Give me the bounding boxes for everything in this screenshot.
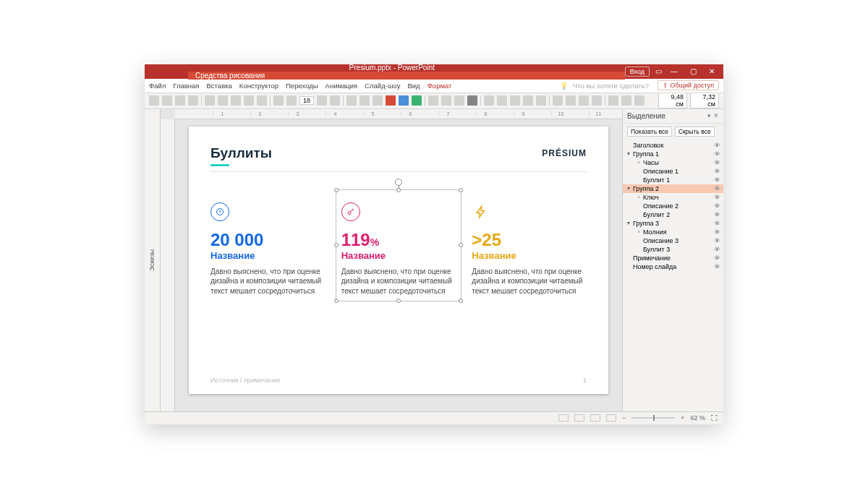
tool-icon[interactable]	[188, 95, 198, 106]
tool-icon[interactable]	[428, 95, 438, 106]
tool-icon[interactable]	[553, 95, 563, 106]
visibility-toggle-icon[interactable]: 👁	[714, 228, 720, 236]
resize-handle[interactable]	[396, 299, 401, 303]
visibility-toggle-icon[interactable]: 👁	[714, 176, 720, 184]
tool-icon[interactable]	[330, 95, 340, 106]
shape-width-input[interactable]: 7,32 см	[690, 93, 719, 109]
font-size-input[interactable]: 18	[299, 96, 314, 105]
tool-icon[interactable]	[579, 95, 589, 106]
resize-handle[interactable]	[334, 299, 339, 303]
tree-item[interactable]: ▾Группа 2👁	[623, 184, 723, 193]
tree-item[interactable]: Примечание👁	[623, 254, 723, 262]
resize-handle[interactable]	[459, 188, 463, 192]
tool-icon[interactable]	[286, 95, 297, 106]
visibility-toggle-icon[interactable]: 👁	[714, 185, 720, 192]
close-button[interactable]: ✕	[705, 67, 719, 75]
tool-icon[interactable]	[634, 95, 644, 106]
normal-view-button[interactable]	[558, 414, 569, 421]
ribbon-tab[interactable]: Анимация	[326, 82, 358, 90]
show-all-button[interactable]: Показать все	[627, 127, 672, 137]
tool-icon[interactable]	[244, 95, 254, 106]
selection-tree[interactable]: Заголовок👁▾Группа 1👁›Часы👁Описание 1👁Бул…	[623, 140, 723, 411]
zoom-level[interactable]: 62 %	[690, 414, 705, 421]
tool-icon[interactable]	[467, 95, 477, 106]
contextual-tab[interactable]: Средства рисования	[188, 72, 625, 80]
thumbnail-strip[interactable]: Эскизы	[145, 109, 161, 411]
visibility-toggle-icon[interactable]: 👁	[714, 194, 720, 201]
login-button[interactable]: Вход	[625, 67, 650, 77]
zoom-in-button[interactable]: +	[681, 414, 684, 421]
slide-title[interactable]: Буллиты	[210, 145, 587, 161]
tool-icon[interactable]	[441, 95, 451, 106]
tree-item[interactable]: Описание 2👁	[623, 202, 723, 210]
zoom-out-button[interactable]: −	[622, 414, 626, 421]
tool-icon[interactable]	[621, 95, 631, 106]
ribbon-tab[interactable]: Конструктор	[239, 82, 278, 90]
hide-all-button[interactable]: Скрыть все	[675, 127, 715, 137]
rotate-handle[interactable]	[395, 179, 402, 186]
visibility-toggle-icon[interactable]: 👁	[714, 168, 720, 175]
visibility-toggle-icon[interactable]: 👁	[714, 211, 720, 218]
tell-me-input[interactable]: Что вы хотите сделать?	[573, 82, 649, 90]
tool-icon[interactable]	[566, 95, 576, 106]
fit-button[interactable]: ⛶	[711, 414, 718, 421]
tool-icon[interactable]	[231, 95, 241, 106]
ribbon-tab[interactable]: Переходы	[286, 82, 318, 90]
tree-item[interactable]: ▾Группа 1👁	[623, 150, 723, 158]
tool-icon[interactable]	[373, 95, 383, 106]
slide[interactable]: Буллиты PRÉSIUM 20 000 Название Давно вы…	[189, 127, 608, 394]
ribbon-tab[interactable]: Файл	[149, 82, 166, 90]
slideshow-button[interactable]	[606, 414, 616, 421]
tree-item[interactable]: Описание 3👁	[623, 236, 723, 245]
tool-icon[interactable]	[346, 95, 357, 106]
tool-icon[interactable]	[386, 95, 396, 106]
tree-item[interactable]: ›Ключ👁	[623, 193, 723, 202]
ribbon-tab[interactable]: Формат	[427, 82, 452, 90]
ribbon-tab[interactable]: Вставка	[207, 82, 232, 90]
tree-item[interactable]: Заголовок👁	[623, 141, 723, 150]
resize-handle[interactable]	[396, 188, 401, 192]
shape-height-input[interactable]: 9,48 см	[658, 93, 687, 109]
bullet-group-3[interactable]: >25 Название Давно выяснено, что при оце…	[472, 202, 587, 296]
tool-icon[interactable]	[536, 95, 546, 106]
tool-icon[interactable]	[359, 95, 370, 106]
visibility-toggle-icon[interactable]: 👁	[714, 254, 720, 262]
tree-item[interactable]: Буллит 3👁	[623, 245, 723, 254]
tree-item[interactable]: ›Молния👁	[623, 228, 723, 236]
tool-icon[interactable]	[257, 95, 267, 106]
resize-handle[interactable]	[459, 243, 463, 247]
tool-icon[interactable]	[162, 95, 172, 106]
tool-icon[interactable]	[592, 95, 602, 106]
slide-canvas[interactable]: 12345678910111213141516 Буллиты PRÉSIUM	[161, 109, 622, 411]
resize-handle[interactable]	[459, 299, 463, 303]
tool-icon[interactable]	[317, 95, 327, 106]
visibility-toggle-icon[interactable]: 👁	[714, 202, 720, 210]
visibility-toggle-icon[interactable]: 👁	[714, 150, 720, 158]
ribbon-tab[interactable]: Главная	[173, 82, 199, 90]
tool-icon[interactable]	[273, 95, 284, 106]
tool-icon[interactable]	[205, 95, 215, 106]
bullet-group-2[interactable]: 119% Название Давно выяснено, что при оц…	[341, 202, 456, 296]
tool-icon[interactable]	[484, 95, 494, 106]
visibility-toggle-icon[interactable]: 👁	[714, 246, 720, 253]
tool-icon[interactable]	[497, 95, 507, 106]
tree-item[interactable]: Буллит 1👁	[623, 176, 723, 184]
resize-handle[interactable]	[334, 243, 339, 247]
minimize-button[interactable]: —	[667, 67, 681, 75]
tool-icon[interactable]	[523, 95, 533, 106]
reading-view-button[interactable]	[590, 414, 600, 421]
visibility-toggle-icon[interactable]: 👁	[714, 263, 720, 270]
visibility-toggle-icon[interactable]: 👁	[714, 142, 720, 149]
sorter-view-button[interactable]	[574, 414, 584, 421]
tool-icon[interactable]	[218, 95, 228, 106]
zoom-slider[interactable]	[631, 417, 675, 419]
tool-icon[interactable]	[454, 95, 464, 106]
visibility-toggle-icon[interactable]: 👁	[714, 220, 720, 227]
visibility-toggle-icon[interactable]: 👁	[714, 159, 720, 166]
resize-handle[interactable]	[334, 188, 339, 192]
tree-item[interactable]: Номер слайда👁	[623, 262, 723, 271]
maximize-button[interactable]: ▢	[686, 67, 700, 75]
tool-icon[interactable]	[149, 95, 159, 106]
tool-icon[interactable]	[412, 95, 422, 106]
tree-item[interactable]: Буллит 2👁	[623, 210, 723, 219]
